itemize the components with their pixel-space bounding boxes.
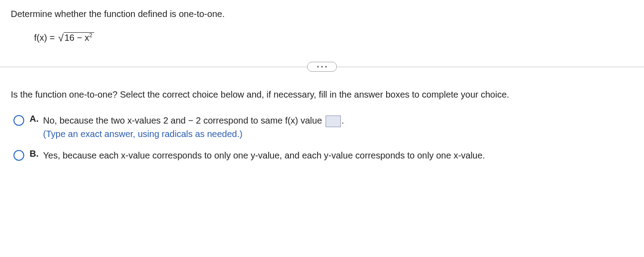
question-prompt: Determine whether the function defined i…	[11, 9, 633, 19]
choice-a-hint: (Type an exact answer, using radicals as…	[43, 129, 243, 139]
radio-a[interactable]	[13, 115, 24, 126]
section-divider	[11, 61, 633, 72]
answer-input-a[interactable]	[326, 116, 341, 127]
formula-lhs: f(x) =	[34, 33, 57, 43]
choice-b-text: Yes, because each x-value corresponds to…	[43, 150, 485, 160]
radical-icon: √	[58, 32, 64, 43]
radicand-base: 16 − x	[65, 33, 89, 43]
radio-b[interactable]	[13, 150, 24, 161]
choice-letter-a: A.	[30, 114, 43, 124]
dot-icon	[317, 66, 319, 68]
radicand: 16 − x2	[64, 32, 94, 43]
expand-button[interactable]	[307, 62, 337, 72]
dot-icon	[325, 66, 327, 68]
choice-b: B. Yes, because each x-value corresponds…	[13, 149, 633, 162]
choice-a: A. No, because the two x-values 2 and − …	[13, 114, 633, 141]
sub-question: Is the function one-to-one? Select the c…	[11, 88, 633, 101]
radicand-exponent: 2	[89, 32, 92, 39]
choice-letter-b: B.	[30, 149, 43, 159]
choice-a-text-before: No, because the two x-values 2 and − 2 c…	[43, 116, 325, 125]
dot-icon	[321, 66, 323, 68]
square-root: √16 − x2	[57, 32, 94, 43]
function-formula: f(x) = √16 − x2	[11, 32, 633, 43]
choice-body-b: Yes, because each x-value corresponds to…	[43, 149, 633, 162]
choice-a-text-after: .	[342, 116, 344, 125]
choice-body-a: No, because the two x-values 2 and − 2 c…	[43, 114, 633, 141]
